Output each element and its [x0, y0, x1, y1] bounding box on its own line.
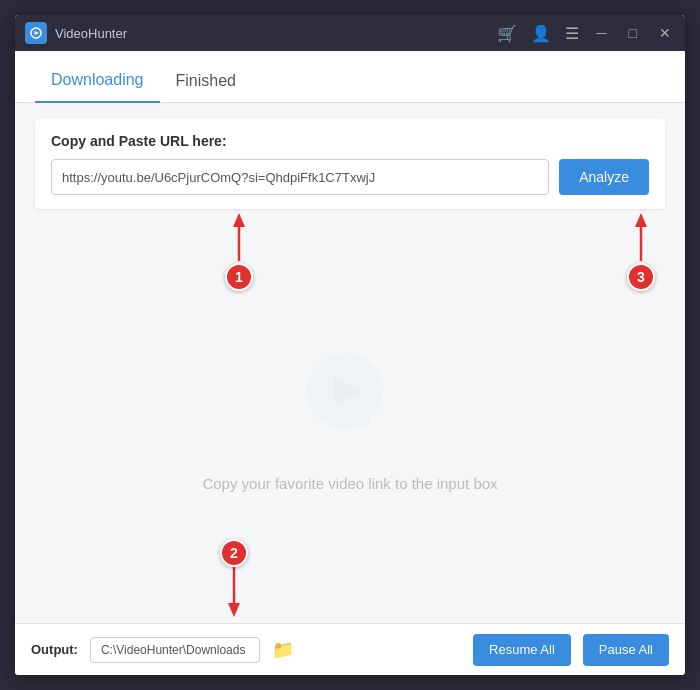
maximize-button[interactable]: □ — [625, 23, 641, 43]
bottom-bar: Output: C:\VideoHunter\Downloads 📁 Resum… — [15, 623, 685, 675]
cart-icon[interactable]: 🛒 — [497, 24, 517, 43]
minimize-button[interactable]: ─ — [593, 23, 611, 43]
close-button[interactable]: ✕ — [655, 23, 675, 43]
menu-icon[interactable]: ☰ — [565, 24, 579, 43]
app-title-text: VideoHunter — [55, 26, 127, 41]
resume-all-button[interactable]: Resume All — [473, 634, 571, 666]
user-icon[interactable]: 👤 — [531, 24, 551, 43]
analyze-button[interactable]: Analyze — [559, 159, 649, 195]
app-icon — [25, 22, 47, 44]
placeholder-text: Copy your favorite video link to the inp… — [202, 475, 497, 492]
tab-downloading[interactable]: Downloading — [35, 59, 160, 103]
pause-all-button[interactable]: Pause All — [583, 634, 669, 666]
url-input[interactable] — [51, 159, 549, 195]
url-row: Analyze — [51, 159, 649, 195]
app-window: VideoHunter 🛒 👤 ☰ ─ □ ✕ Downloading Fini… — [15, 15, 685, 675]
tab-bar: Downloading Finished — [15, 51, 685, 103]
folder-icon[interactable]: 📁 — [272, 639, 294, 661]
titlebar-left: VideoHunter — [25, 22, 127, 44]
tab-finished[interactable]: Finished — [160, 60, 252, 102]
content-area: Downloading Finished Copy and Paste URL … — [15, 51, 685, 675]
output-path: C:\VideoHunter\Downloads — [90, 637, 260, 663]
titlebar: VideoHunter 🛒 👤 ☰ ─ □ ✕ — [15, 15, 685, 51]
main-content: Copy and Paste URL here: Analyze ♪ — [15, 103, 685, 623]
svg-text:♪: ♪ — [358, 402, 372, 433]
output-label: Output: — [31, 642, 78, 657]
titlebar-controls: 🛒 👤 ☰ ─ □ ✕ — [497, 23, 675, 43]
url-section: Copy and Paste URL here: Analyze — [35, 119, 665, 209]
placeholder-graphic: ♪ — [290, 339, 410, 459]
url-label: Copy and Paste URL here: — [51, 133, 649, 149]
placeholder-area: ♪ Copy your favorite video link to the i… — [35, 223, 665, 607]
